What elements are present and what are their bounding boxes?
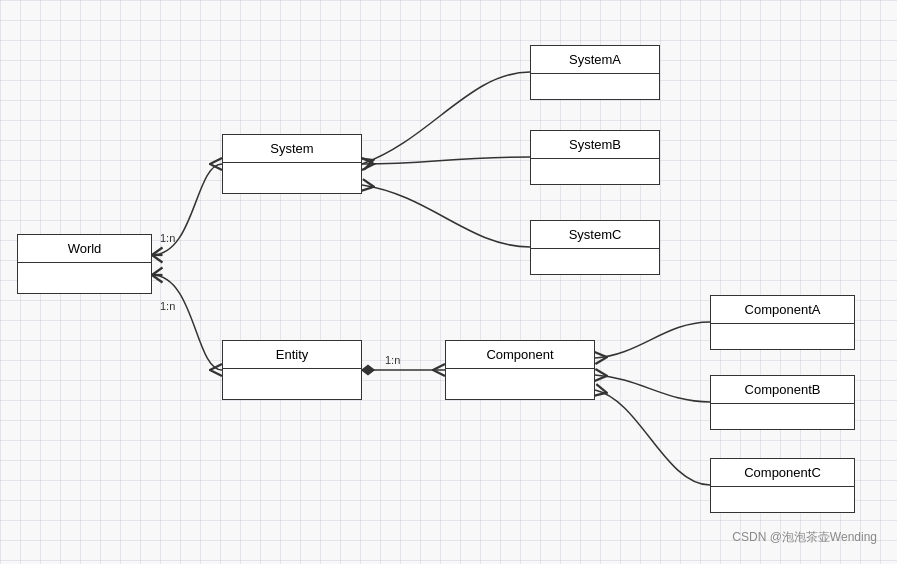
component-box: Component: [445, 340, 595, 400]
world-system-label: 1:n: [160, 232, 175, 244]
entity-title: Entity: [223, 341, 361, 369]
systemc-body: [531, 249, 659, 279]
systemc-system-line: [362, 185, 530, 247]
world-title: World: [18, 235, 151, 263]
systemc-title: SystemC: [531, 221, 659, 249]
diagram-container: World System Entity Component SystemA Sy…: [0, 0, 897, 564]
componentc-title: ComponentC: [711, 459, 854, 487]
systemb-title: SystemB: [531, 131, 659, 159]
entity-box: Entity: [222, 340, 362, 400]
systemb-box: SystemB: [530, 130, 660, 185]
component-title: Component: [446, 341, 594, 369]
entity-body: [223, 369, 361, 399]
world-box: World: [17, 234, 152, 294]
systemb-body: [531, 159, 659, 189]
world-entity-line: [152, 275, 222, 370]
world-body: [18, 263, 151, 293]
componentc-body: [711, 487, 854, 517]
systemc-box: SystemC: [530, 220, 660, 275]
componentb-component-line: [595, 375, 710, 402]
componentb-title: ComponentB: [711, 376, 854, 404]
system-box: System: [222, 134, 362, 194]
systema-box: SystemA: [530, 45, 660, 100]
watermark: CSDN @泡泡茶壶Wending: [732, 529, 877, 546]
componenta-body: [711, 324, 854, 354]
componenta-title: ComponentA: [711, 296, 854, 324]
componentb-body: [711, 404, 854, 434]
systema-body: [531, 74, 659, 104]
componenta-box: ComponentA: [710, 295, 855, 350]
system-body: [223, 163, 361, 193]
systemb-system-line: [362, 157, 530, 164]
componentc-component-line: [595, 390, 710, 485]
systema-title: SystemA: [531, 46, 659, 74]
componentb-box: ComponentB: [710, 375, 855, 430]
entity-component-label: 1:n: [385, 354, 400, 366]
component-body: [446, 369, 594, 399]
systema-system-line: [362, 72, 530, 164]
componenta-component-line: [595, 322, 710, 358]
system-title: System: [223, 135, 361, 163]
world-entity-label: 1:n: [160, 300, 175, 312]
componentc-box: ComponentC: [710, 458, 855, 513]
